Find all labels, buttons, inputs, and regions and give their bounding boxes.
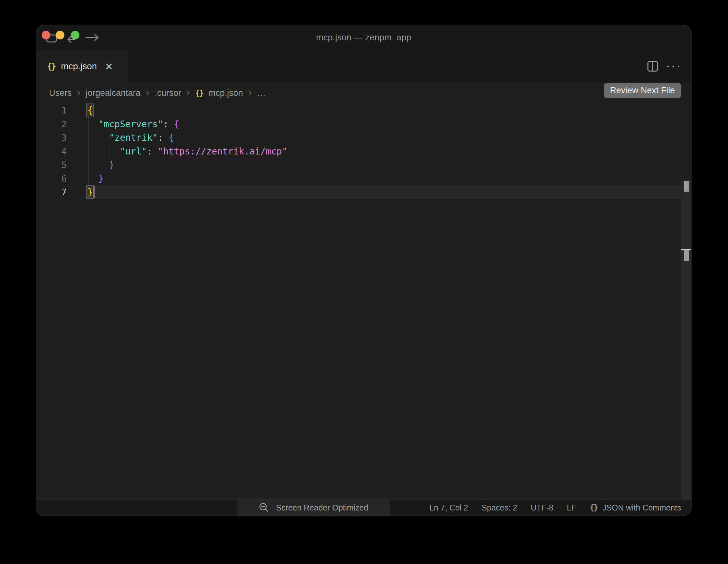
json-file-icon: {} [47,62,55,71]
review-next-file-button[interactable]: Review Next File [604,83,681,98]
code-token: : [158,132,169,143]
code-token: " [282,146,287,157]
line-number: 4 [36,145,67,158]
code-token: https://zentrik.ai/mcp [163,146,282,157]
code-token: " [158,146,163,157]
code-line: { [87,104,93,117]
code-line: "mcpServers": { [87,117,179,131]
code-token: } [87,187,93,197]
breadcrumb: Users›jorgealcantara›.cursor›{}mcp.json›… [49,87,266,98]
split-editor-icon[interactable] [647,61,658,72]
traffic-light-zoom[interactable] [71,31,79,39]
json-file-icon: {} [195,88,203,98]
traffic-light-minimize[interactable] [56,31,64,39]
traffic-light-close[interactable] [42,31,50,39]
title-bar: mcp.json — zenpm_app [36,25,691,50]
status-screen-reader-label: Screen Reader Optimized [276,503,368,512]
current-line-highlight [86,185,682,199]
code-token: : [147,146,158,157]
breadcrumb-item[interactable]: .cursor [155,88,181,98]
line-number: 7 [36,185,67,199]
line-number: 1 [36,104,67,117]
tab-bar: {} mcp.json × ··· [36,50,691,82]
code-token: { [87,105,93,116]
code-line: } [87,172,104,186]
code-token: } [109,160,114,170]
code-token: { [169,132,174,143]
code-token: "zentrik" [109,132,158,143]
status-bar: Screen Reader Optimized Ln 7, Col 2Space… [36,499,691,516]
code-line: "zentrik": { [87,131,174,145]
line-number: 2 [36,117,67,131]
editor-scrollbar[interactable] [681,180,691,516]
scrollbar-thumb[interactable] [684,181,689,192]
code-token: "mcpServers" [98,119,163,129]
line-number: 6 [36,172,67,186]
breadcrumb-item[interactable]: … [257,88,266,98]
breadcrumb-item[interactable]: Users [49,88,72,98]
line-number: 3 [36,131,67,145]
code-token: "url" [120,146,147,157]
code-token: : [163,119,174,129]
status-item[interactable]: Ln 7, Col 2 [429,503,468,512]
status-item[interactable]: Spaces: 2 [482,503,517,512]
status-item[interactable]: UTF-8 [531,503,553,512]
text-cursor [94,186,95,198]
status-language-label: JSON with Comments [602,503,681,512]
code-line: "url": "https://zentrik.ai/mcp" [87,145,287,158]
overview-ruler-marker [684,250,689,261]
code-editor[interactable]: 1{2 "mcpServers": {3 "zentrik": {4 "url"… [36,103,691,500]
breadcrumb-separator: › [248,87,252,98]
breadcrumb-row: Users›jorgealcantara›.cursor›{}mcp.json›… [36,82,691,103]
tab-close-icon[interactable]: × [105,60,112,73]
window-title: mcp.json — zenpm_app [36,25,691,50]
line-number: 5 [36,158,67,172]
tab-label: mcp.json [61,61,97,71]
code-line: } [87,185,93,199]
code-line: } [87,158,114,172]
breadcrumb-item[interactable]: mcp.json [208,88,243,98]
breadcrumb-item[interactable]: jorgealcantara [86,88,141,98]
zoom-out-icon [259,502,269,513]
breadcrumb-separator: › [77,87,80,98]
json-braces-icon: {} [590,503,598,512]
more-actions-icon[interactable]: ··· [666,61,682,72]
breadcrumb-separator: › [186,87,190,98]
breadcrumb-separator: › [146,87,149,98]
code-token: } [98,173,104,184]
status-screen-reader[interactable]: Screen Reader Optimized [237,500,390,516]
code-token: { [174,119,179,129]
app-window: mcp.json — zenpm_app {} mcp.json × ··· U… [36,25,691,516]
status-item[interactable]: LF [567,503,576,512]
forward-arrow-icon[interactable] [85,34,99,41]
tab-mcp-json[interactable]: {} mcp.json × [36,50,128,82]
status-language-mode[interactable]: {}JSON with Comments [590,503,681,512]
